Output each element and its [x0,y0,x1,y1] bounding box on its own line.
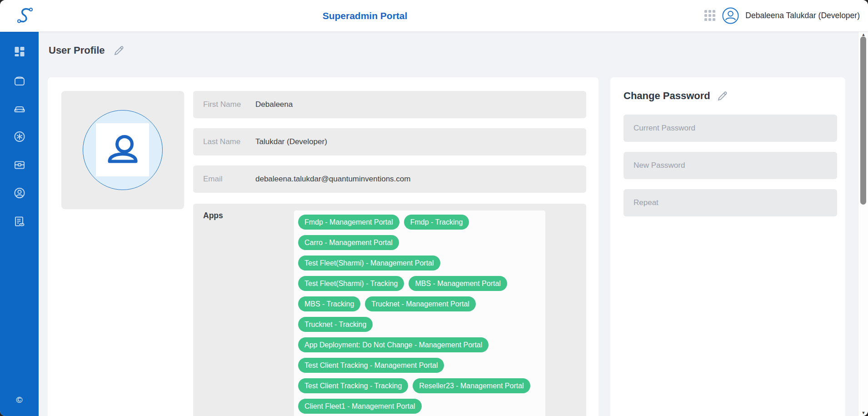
app-badge[interactable]: Test Fleet(Sharmi) - Tracking [298,276,404,291]
audit-log-icon[interactable] [13,216,25,228]
car-icon[interactable] [13,103,25,115]
first-name-value: Debaleena [255,91,293,118]
app-badge[interactable]: Test Fleet(Sharmi) - Management Portal [298,256,440,271]
apps-list: Fmdp - Management PortalFmdp - TrackingC… [298,215,541,414]
edit-password-pencil-icon[interactable] [717,90,728,102]
scroll-down-arrow-icon[interactable]: ▼ [858,410,868,416]
profile-photo-tile[interactable] [61,91,184,209]
toolbox-icon[interactable] [13,159,25,171]
first-name-field[interactable]: First Name Debaleena [193,91,586,118]
app-badge[interactable]: Trucknet - Tracking [298,317,373,332]
app-badge[interactable]: MBS - Management Portal [409,276,507,291]
change-password-title: Change Password [624,90,710,102]
first-name-label: First Name [203,91,241,118]
app-window: Superadmin Portal Debaleena Talukdar (De… [0,0,868,416]
scrollbar-thumb[interactable] [860,36,866,205]
app-badge[interactable]: Test Client Tracking - Management Portal [298,358,444,373]
header-right-cluster: Debaleena Talukdar (Developer) [704,0,860,31]
profile-photo-circle [83,110,163,190]
logged-in-user-name[interactable]: Debaleena Talukdar (Developer) [745,11,860,20]
vertical-scrollbar[interactable]: ▲ ▼ [858,31,868,416]
last-name-field[interactable]: Last Name Talukdar (Developer) [193,128,586,155]
last-name-value: Talukdar (Developer) [255,128,327,155]
app-badge[interactable]: Carro - Management Portal [298,235,399,250]
app-badge[interactable]: Fmdp - Tracking [404,215,469,230]
email-value: debaleena.talukdar@quantuminventions.com [255,165,410,193]
apps-grid-icon[interactable] [704,10,716,21]
apps-label: Apps [203,211,223,221]
asterisk-icon[interactable] [13,130,25,143]
app-badge[interactable]: Fmdp - Management Portal [298,215,399,230]
new-password-input[interactable] [624,152,837,179]
user-profile-card: First Name Debaleena Last Name Talukdar … [48,77,599,416]
page-title-row: User Profile [49,45,125,56]
app-badge[interactable]: MBS - Tracking [298,296,360,311]
top-header: Superadmin Portal Debaleena Talukdar (De… [0,0,868,32]
profile-person-icon [96,123,149,176]
copyright-icon: © [0,395,39,405]
apps-field: Apps Fmdp - Management PortalFmdp - Trac… [193,204,586,416]
email-label: Email [203,165,223,193]
left-nav-sidebar: © [0,31,39,416]
user-avatar-icon[interactable] [722,7,739,24]
company-logo-icon[interactable] [15,5,35,26]
wallet-icon[interactable] [13,75,25,87]
app-badge[interactable]: Trucknet - Management Portal [365,296,476,311]
apps-list-container: Fmdp - Management PortalFmdp - TrackingC… [294,211,545,416]
last-name-label: Last Name [203,128,240,155]
app-badge[interactable]: Test Client Tracking - Tracking [298,378,408,393]
app-badge[interactable]: Client Fleet1 - Management Portal [298,399,422,414]
portal-title: Superadmin Portal [323,0,408,31]
edit-profile-pencil-icon[interactable] [113,45,125,56]
repeat-password-input[interactable] [624,189,837,216]
email-field[interactable]: Email debaleena.talukdar@quantuminventio… [193,165,586,193]
account-icon[interactable] [13,187,25,199]
app-badge[interactable]: Reseller23 - Management Portal [413,378,530,393]
page-title: User Profile [49,45,105,56]
app-badge[interactable]: App Deployment: Do Not Change - Manageme… [298,337,489,352]
dashboard-icon[interactable] [13,45,25,58]
change-password-card: Change Password [610,77,845,416]
current-password-input[interactable] [624,115,837,142]
change-password-header: Change Password [624,90,728,102]
